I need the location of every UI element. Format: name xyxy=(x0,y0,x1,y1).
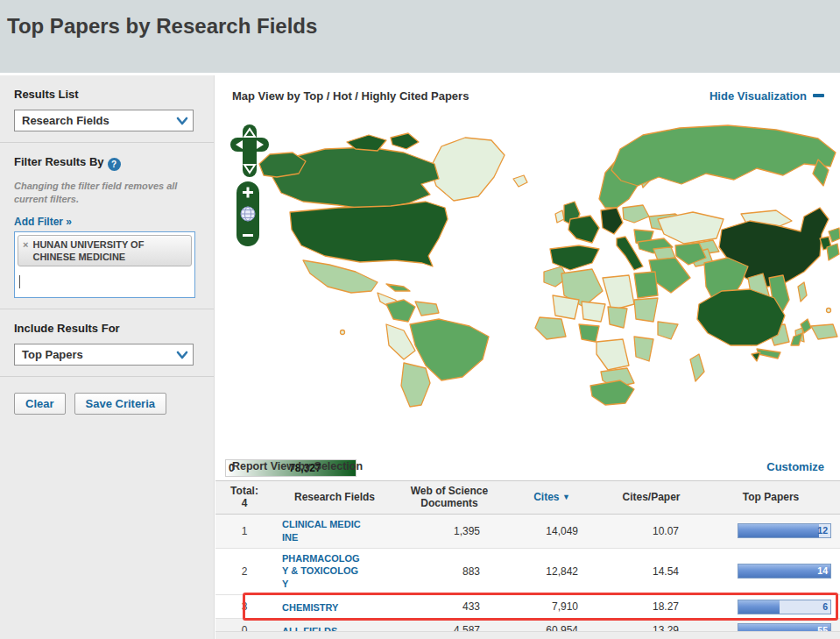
map-country-cuba[interactable] xyxy=(386,284,410,291)
results-list-dropdown[interactable]: Research Fields xyxy=(14,110,194,131)
map-country-usa[interactable] xyxy=(290,202,448,266)
table-row: 3 CHEMISTRY 433 7,910 18.27 6 xyxy=(215,595,840,619)
row-rank: 1 xyxy=(215,525,273,537)
results-list-section: Results List Research Fields xyxy=(0,75,214,142)
total-header: Total: 4 xyxy=(215,481,273,514)
filter-section: Filter Results By? Changing the filter f… xyxy=(0,142,214,309)
include-results-dropdown[interactable]: Top Papers xyxy=(14,344,194,366)
research-field-link[interactable]: PHARMACOLOGY & TOXICOLOGY xyxy=(282,552,361,592)
map-island-new-guinea[interactable] xyxy=(811,324,837,339)
map-country-madagascar[interactable] xyxy=(690,354,704,381)
column-header-cites-per-paper[interactable]: Cites/Paper xyxy=(601,487,702,507)
map-island-tasmania[interactable] xyxy=(752,352,760,361)
include-results-section: Include Results For Top Papers xyxy=(0,309,214,376)
research-field-link[interactable]: CLINICAL MEDICINE xyxy=(282,518,361,544)
map-country-germany[interactable] xyxy=(601,208,623,234)
column-header-research-fields[interactable]: Research Fields xyxy=(273,487,396,507)
map-country-mexico[interactable] xyxy=(303,260,378,293)
map-pan-control[interactable] xyxy=(230,124,269,177)
map-country-philippines[interactable] xyxy=(798,282,807,302)
help-icon[interactable]: ? xyxy=(108,158,121,171)
map-country-venezuela[interactable] xyxy=(415,302,439,316)
row-cites-per-paper: 14.54 xyxy=(601,565,702,578)
map-country-mali[interactable] xyxy=(553,295,579,319)
row-rank: 2 xyxy=(215,565,273,578)
research-field-link[interactable]: CHEMISTRY xyxy=(282,601,361,614)
filter-note: Changing the filter field removes all cu… xyxy=(14,180,200,206)
table-row: 1 CLINICAL MEDICINE 1,395 14,049 10.07 1… xyxy=(215,515,840,549)
column-header-wos-documents[interactable]: Web of Science Documents xyxy=(396,481,503,514)
row-docs: 433 xyxy=(396,600,503,613)
map-zoom-control[interactable] xyxy=(236,181,260,247)
map-country-colombia[interactable] xyxy=(386,300,415,322)
chevron-down-icon xyxy=(172,344,193,365)
top-papers-bar: 12 xyxy=(738,523,831,538)
map-country-spain[interactable] xyxy=(550,245,599,270)
top-papers-bar: 6 xyxy=(738,600,831,614)
sort-arrow-icon: ▼ xyxy=(562,493,570,501)
map-island-dot[interactable] xyxy=(341,330,345,335)
row-rank: 3 xyxy=(215,600,273,613)
top-papers-bar-value: 6 xyxy=(822,601,828,612)
filter-section-label: Filter Results By? xyxy=(14,155,200,171)
world-map[interactable]: 0 78,327 xyxy=(215,116,840,422)
map-country-ireland[interactable] xyxy=(555,210,564,223)
table-row: 2 PHARMACOLOGY & TOXICOLOGY 883 12,842 1… xyxy=(215,549,840,596)
map-country-australia[interactable] xyxy=(697,289,785,345)
map-country-ethiopia[interactable] xyxy=(658,322,678,339)
top-papers-bar-fill xyxy=(738,524,819,537)
page-header: Top Papers by Research Fields xyxy=(0,0,840,73)
filter-input[interactable] xyxy=(18,268,192,295)
map-region-west-africa[interactable] xyxy=(535,317,566,339)
map-region-east-africa[interactable] xyxy=(634,337,653,361)
report-view-title: Report View by Selection xyxy=(232,460,363,472)
map-country-egypt[interactable] xyxy=(634,272,658,298)
choropleth-map[interactable] xyxy=(215,116,840,409)
map-country-argentina[interactable] xyxy=(401,363,430,407)
results-list-selected-value: Research Fields xyxy=(15,114,172,127)
filter-tag[interactable]: × HUNAN UNIVERSITY OF CHINESE MEDICINE xyxy=(18,235,192,267)
minus-icon xyxy=(813,94,824,97)
add-filter-link[interactable]: Add Filter » xyxy=(14,216,72,228)
sidebar: Results List Research Fields Filter Resu… xyxy=(0,75,215,639)
map-country-niger[interactable] xyxy=(582,302,605,322)
map-island-dot[interactable] xyxy=(827,309,831,313)
save-criteria-button[interactable]: Save Criteria xyxy=(74,393,167,415)
map-country-kazakhstan[interactable] xyxy=(658,212,724,244)
globe-icon xyxy=(241,207,255,221)
filter-input-area xyxy=(18,268,192,295)
map-country-japan[interactable] xyxy=(829,228,840,242)
clear-button[interactable]: Clear xyxy=(14,393,66,415)
filter-tag-label: HUNAN UNIVERSITY OF CHINESE MEDICINE xyxy=(32,238,186,264)
customize-link[interactable]: Customize xyxy=(766,460,824,473)
filter-box[interactable]: × HUNAN UNIVERSITY OF CHINESE MEDICINE xyxy=(14,231,195,299)
column-header-top-papers[interactable]: Top Papers xyxy=(702,487,840,507)
map-country-france[interactable] xyxy=(568,216,599,243)
map-view-header: Map View by Top / Hot / Highly Cited Pap… xyxy=(215,75,840,116)
main-content: Map View by Top / Hot / Highly Cited Pap… xyxy=(215,75,840,639)
map-country-sudan[interactable] xyxy=(634,298,658,322)
map-country-chad[interactable] xyxy=(608,307,627,328)
map-country-greenland[interactable] xyxy=(430,138,505,201)
map-region-congo[interactable] xyxy=(596,339,629,370)
map-country-new-zealand[interactable] xyxy=(791,333,802,345)
remove-filter-icon[interactable]: × xyxy=(23,238,28,264)
map-country-nigeria[interactable] xyxy=(579,324,599,342)
map-country-iceland[interactable] xyxy=(513,175,527,187)
row-docs: 883 xyxy=(396,565,503,578)
actions-section: Clear Save Criteria xyxy=(0,376,214,425)
hide-visualization-link[interactable]: Hide Visualization xyxy=(709,89,824,103)
map-country-poland[interactable] xyxy=(623,205,649,223)
map-view-title: Map View by Top / Hot / Highly Cited Pap… xyxy=(232,89,469,103)
map-country-russia[interactable] xyxy=(611,125,836,186)
top-papers-bar-fill xyxy=(738,564,830,578)
page-title: Top Papers by Research Fields xyxy=(7,14,317,39)
map-country-japan[interactable] xyxy=(827,244,839,260)
top-papers-bar-value: 12 xyxy=(817,525,828,536)
map-country-libya[interactable] xyxy=(603,275,634,310)
report-table-header-row: Total: 4 Research Fields Web of Science … xyxy=(215,480,840,515)
column-header-cites[interactable]: Cites ▼ xyxy=(503,487,601,507)
include-results-label: Include Results For xyxy=(14,322,200,335)
report-view-header: Report View by Selection Customize xyxy=(215,452,840,480)
map-island[interactable] xyxy=(391,133,419,149)
